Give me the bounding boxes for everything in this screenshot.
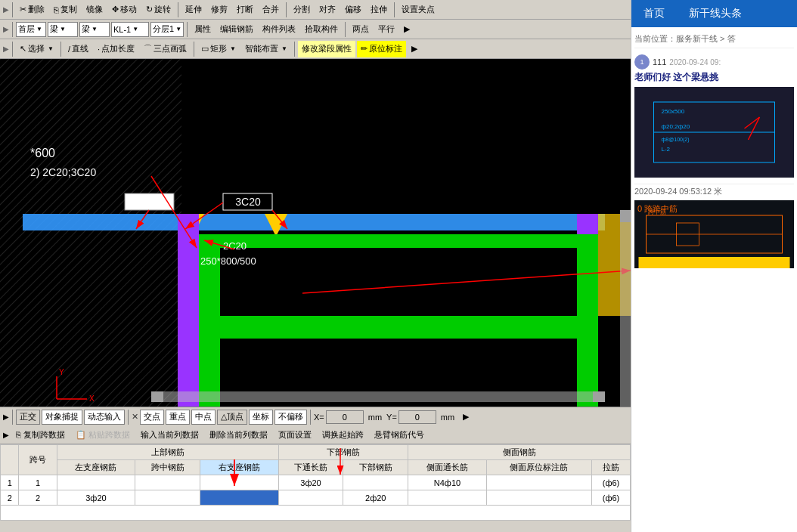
btn-cantilever-rebar[interactable]: 悬臂钢筋代号: [371, 428, 428, 443]
svg-rect-20: [125, 193, 174, 210]
btn-break[interactable]: 打断: [233, 2, 257, 18]
annotation-icon: ✏: [361, 44, 367, 54]
nav-headlines[interactable]: 新干线头条: [677, 0, 754, 27]
btn-swap-start[interactable]: 调换起始跨: [318, 428, 367, 443]
btn-pick-component[interactable]: 拾取构件: [301, 21, 342, 38]
btn-mirror[interactable]: 镜像: [82, 2, 107, 18]
btn-vertex[interactable]: △ 顶点: [217, 410, 247, 425]
cell-row1-span: 1: [19, 475, 57, 490]
btn-rotate[interactable]: ↻ 旋转: [142, 2, 175, 18]
btn-smart-place[interactable]: 智能布置 ▼: [241, 41, 291, 57]
btn-midpoint[interactable]: 中点: [191, 410, 216, 425]
y-coord-input[interactable]: [398, 410, 436, 424]
table-row: 1 1 3ф20 N4ф10 (ф6): [1, 475, 631, 490]
cell-row1-tie[interactable]: (ф6): [591, 475, 630, 490]
svg-rect-28: [577, 237, 598, 407]
sep11: [60, 42, 61, 57]
btn-orthogonal[interactable]: 正交: [16, 410, 40, 425]
cell-row2-mid[interactable]: [135, 490, 200, 506]
svg-rect-26: [199, 316, 598, 339]
svg-text:*600: *600: [30, 147, 55, 159]
btn-point-length[interactable]: · 点加长度: [94, 41, 138, 57]
btn-offset[interactable]: 偏移: [341, 2, 365, 18]
btn-two-point[interactable]: 两点: [349, 21, 373, 38]
btn-intersection[interactable]: 交点: [140, 410, 164, 425]
btn-delete[interactable]: ✂ 删除: [16, 2, 48, 18]
btn-copy[interactable]: ⎘ 复制: [50, 2, 81, 18]
rect-icon: ▭: [201, 44, 209, 54]
bottom-area: ▶ ⎘ 复制跨数据 📋 粘贴跨数据 输入当前列数据 删除当前列数据 页面设置 调…: [0, 426, 631, 532]
btn-select[interactable]: ↖ 选择 ▼: [16, 41, 57, 57]
btn-align[interactable]: 对齐: [315, 2, 340, 18]
cell-row1-right[interactable]: [200, 475, 279, 490]
cell-row1-mid[interactable]: [135, 475, 200, 490]
right-nav: 首页 新干线头条: [631, 0, 797, 27]
status-expand[interactable]: ▶: [459, 409, 473, 425]
btn-line[interactable]: / 直线: [64, 41, 92, 57]
cell-row2-side-note[interactable]: [486, 490, 591, 506]
layer-dropdown[interactable]: 分层1 ▼: [150, 22, 184, 37]
btn-page-setup[interactable]: 页面设置: [274, 428, 315, 443]
svg-text:2C20: 2C20: [223, 240, 247, 252]
toolbar2-expand[interactable]: ▶: [400, 21, 414, 38]
btn-set-grip[interactable]: 设置夹点: [398, 2, 439, 18]
rotate-icon: ↻: [146, 5, 153, 14]
btn-input-col[interactable]: 输入当前列数据: [137, 428, 203, 443]
sep12: [194, 42, 194, 57]
cell-row2-left[interactable]: 3ф20: [57, 490, 135, 506]
btn-endpoint[interactable]: 重点: [166, 410, 190, 425]
svg-rect-48: [151, 391, 163, 402]
main-cad-area[interactable]: *600 2) 2C20;3C20 3C20: [0, 59, 631, 407]
col-left-seat: 左支座钢筋: [57, 460, 135, 475]
col-header-row-num: [1, 445, 19, 475]
cell-row2-bot-through[interactable]: [278, 490, 343, 506]
btn-merge[interactable]: 合并: [259, 2, 283, 18]
btn-split[interactable]: 分割: [290, 2, 314, 18]
cell-row2-span: 2: [19, 490, 57, 506]
btn-modify-beam[interactable]: 修改梁段属性: [298, 41, 355, 57]
cell-row2-bot[interactable]: 2ф20: [343, 490, 408, 506]
floor-dropdown[interactable]: 首层 ▼: [16, 22, 46, 37]
btn-edit-rebar[interactable]: 编辑钢筋: [216, 21, 257, 38]
element-type-dropdown[interactable]: 梁 ▼: [48, 22, 78, 37]
btn-site-annotation[interactable]: ✏ 原位标注: [357, 41, 406, 57]
col-bot-rebar: 下部钢筋: [343, 460, 408, 475]
sep-status: [12, 410, 13, 425]
btn-dynamic-input[interactable]: 动态输入: [84, 410, 125, 425]
btn-no-offset[interactable]: 不偏移: [274, 410, 307, 425]
cell-row2-side-through[interactable]: [408, 490, 487, 506]
post-title-1[interactable]: 老师们好 这个梁悬挑: [634, 71, 794, 84]
svg-rect-21: [23, 214, 605, 230]
cell-row1-bot[interactable]: [343, 475, 408, 490]
btn-snap[interactable]: 对象捕捉: [42, 410, 82, 425]
btn-properties[interactable]: 属性: [191, 21, 215, 38]
cell-row1-bot-through[interactable]: 3ф20: [278, 475, 343, 490]
btn-move[interactable]: ✥ 移动: [108, 2, 141, 18]
post-header-1: 1 111 2020-09-24 09:: [634, 54, 794, 70]
svg-text:250x500: 250x500: [662, 108, 685, 115]
btn-stretch[interactable]: 拉伸: [367, 2, 391, 18]
btn-paste-span[interactable]: 📋 粘贴跨数据: [72, 428, 134, 443]
svg-text:L-2: L-2: [662, 146, 671, 153]
btn-delete-col[interactable]: 删除当前列数据: [206, 428, 271, 443]
btn-rectangle[interactable]: ▭ 矩形 ▼: [197, 41, 240, 57]
btn-trim[interactable]: 修剪: [207, 2, 231, 18]
cell-row1-side-note[interactable]: [486, 475, 591, 490]
btn-extend[interactable]: 延伸: [181, 2, 206, 18]
btn-copy-span[interactable]: ⎘ 复制跨数据: [12, 428, 69, 443]
col-right-seat: 右支座钢筋: [200, 460, 279, 475]
svg-rect-47: [151, 391, 605, 402]
nav-home[interactable]: 首页: [631, 0, 677, 27]
btn-component-list[interactable]: 构件列表: [259, 21, 299, 38]
toolbar3-expand[interactable]: ▶: [408, 41, 421, 57]
cell-row2-right[interactable]: [200, 490, 279, 506]
btn-three-arc[interactable]: ⌒ 三点画弧: [140, 41, 191, 57]
cell-row1-left[interactable]: [57, 475, 135, 490]
cell-row2-tie[interactable]: (ф6): [591, 490, 630, 506]
btn-parallel[interactable]: 平行: [374, 21, 398, 38]
cell-row1-side-through[interactable]: N4ф10: [408, 475, 487, 490]
x-coord-input[interactable]: [326, 410, 364, 424]
element-name-dropdown[interactable]: 梁 ▼: [79, 22, 110, 37]
btn-coordinate[interactable]: 坐标: [249, 410, 273, 425]
element-id-dropdown[interactable]: KL-1 ▼: [111, 22, 149, 37]
